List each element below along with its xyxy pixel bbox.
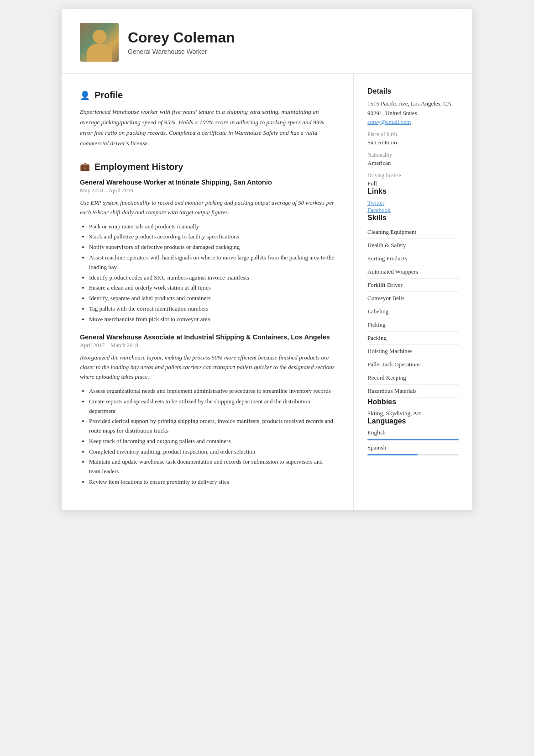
languages-list: EnglishSpanish	[367, 429, 459, 455]
hobbies-text: Skiing, Skydiving, Art	[367, 410, 459, 417]
skill-item: Hoisting Machines	[367, 345, 459, 358]
list-item: Pack or wrap materials and products manu…	[89, 222, 335, 232]
skill-item: Packing	[367, 332, 459, 345]
list-item: Keep track of incoming and outgoing pall…	[89, 437, 335, 446]
employment-icon: 💼	[80, 162, 90, 172]
job-1-description: Use ERP system functionality to record a…	[80, 198, 335, 217]
list-item: Assess organizational needs and implemen…	[89, 386, 335, 396]
right-column: Details 1515 Pacific Ave, Los Angeles, C…	[354, 74, 472, 510]
address: 1515 Pacific Ave, Los Angeles, CA 90291,…	[367, 99, 459, 118]
job-2-description: Reorganized the warehouse layout, making…	[80, 353, 335, 382]
skill-item: Forklift Driver	[367, 279, 459, 292]
language-bar-container	[367, 454, 459, 455]
job-2-bullets: Assess organizational needs and implemen…	[80, 386, 335, 487]
resume-container: Corey Coleman General Warehouse Worker 👤…	[62, 9, 472, 510]
list-item: Identify, separate and label products an…	[89, 294, 335, 303]
profile-icon: 👤	[80, 90, 90, 100]
links-title: Links	[367, 187, 459, 196]
place-of-birth-value: San Antonio	[367, 139, 459, 146]
list-item: Ensure a clean and orderly work station …	[89, 283, 335, 293]
job-2-title: General Warehouse Associate at Industria…	[80, 333, 335, 341]
skill-item: Labeling	[367, 305, 459, 318]
hobbies-section: Hobbies Skiing, Skydiving, Art	[367, 398, 459, 417]
place-of-birth-label: Place of birth	[367, 131, 459, 138]
email-link[interactable]: corey@email.com	[367, 118, 459, 126]
nationality-label: Nationality	[367, 152, 459, 159]
avatar	[80, 23, 119, 62]
list-item: Tag pallets with the correct identificat…	[89, 304, 335, 314]
language-item: Spanish	[367, 444, 459, 455]
skill-item: Picking	[367, 318, 459, 332]
skill-item: Automated Wrappers	[367, 265, 459, 279]
employment-section: 💼 Employment History General Warehouse W…	[80, 162, 335, 487]
list-item: Create reports and spreadsheets to be ut…	[89, 397, 335, 416]
list-item: Identify product codes and SKU numbers a…	[89, 273, 335, 283]
language-name: Spanish	[367, 444, 459, 451]
language-bar-container	[367, 439, 459, 440]
job-1: General Warehouse Worker at Intinate Shi…	[80, 179, 335, 324]
list-item: Notify supervisors of defective products…	[89, 243, 335, 252]
profile-text: Experienced Warehouse worker with five y…	[80, 107, 335, 149]
job-1-bullets: Pack or wrap materials and products manu…	[80, 222, 335, 324]
details-title: Details	[367, 87, 459, 95]
list-item: Maintain and update warehouse task docum…	[89, 457, 335, 476]
skills-section: Skills Cleaning EquipmentHealth & Safety…	[367, 214, 459, 398]
language-bar	[367, 439, 459, 440]
header-info: Corey Coleman General Warehouse Worker	[128, 29, 454, 55]
skill-item: Health & Safety	[367, 239, 459, 252]
profile-header: 👤 Profile	[80, 90, 335, 100]
language-name: English	[367, 429, 459, 436]
languages-section: Languages EnglishSpanish	[367, 417, 459, 455]
language-bar	[367, 454, 418, 455]
list-item: Stack and palletize products according t…	[89, 232, 335, 242]
links-section: Links Twitter Facebook	[367, 187, 459, 214]
list-item: Completed inventory auditing, product in…	[89, 447, 335, 457]
details-section: Details 1515 Pacific Ave, Los Angeles, C…	[367, 87, 459, 187]
languages-title: Languages	[367, 417, 459, 425]
list-item: Assist machine operators with hand signa…	[89, 253, 335, 272]
candidate-name: Corey Coleman	[128, 29, 454, 46]
profile-section: 👤 Profile Experienced Warehouse worker w…	[80, 90, 335, 149]
job-2: General Warehouse Associate at Industria…	[80, 333, 335, 487]
list-item: Move merchandise from pick slot to conve…	[89, 315, 335, 324]
driving-license-label: Driving license	[367, 172, 459, 179]
job-1-dates: May 2018 – April 2019	[80, 187, 335, 194]
skill-item: Sorting Products	[367, 252, 459, 265]
job-2-dates: April 2017 – March 2018	[80, 342, 335, 349]
skills-title: Skills	[367, 214, 459, 222]
nationality-value: American	[367, 159, 459, 167]
twitter-link[interactable]: Twitter	[367, 199, 459, 206]
employment-title: Employment History	[94, 162, 183, 172]
skills-list: Cleaning EquipmentHealth & SafetySorting…	[367, 226, 459, 398]
language-item: English	[367, 429, 459, 440]
list-item: Provided clerical support by printing sh…	[89, 417, 335, 436]
skill-item: Hazardous Materials	[367, 385, 459, 398]
skill-item: Cleaning Equipment	[367, 226, 459, 239]
job-1-title: General Warehouse Worker at Intinate Shi…	[80, 179, 335, 186]
skill-item: Record Keeping	[367, 371, 459, 385]
employment-header: 💼 Employment History	[80, 162, 335, 172]
driving-license-value: Full	[367, 180, 459, 187]
list-item: Review item locations to ensure proximit…	[89, 477, 335, 487]
facebook-link[interactable]: Facebook	[367, 206, 459, 214]
skill-item: Pallet Jack Operations	[367, 358, 459, 371]
hobbies-title: Hobbies	[367, 398, 459, 406]
skill-item: Conveyor Belts	[367, 292, 459, 305]
main-layout: 👤 Profile Experienced Warehouse worker w…	[62, 74, 472, 510]
header-section: Corey Coleman General Warehouse Worker	[62, 9, 472, 74]
candidate-title: General Warehouse Worker	[128, 48, 454, 55]
left-column: 👤 Profile Experienced Warehouse worker w…	[62, 74, 354, 510]
profile-title: Profile	[94, 90, 123, 100]
